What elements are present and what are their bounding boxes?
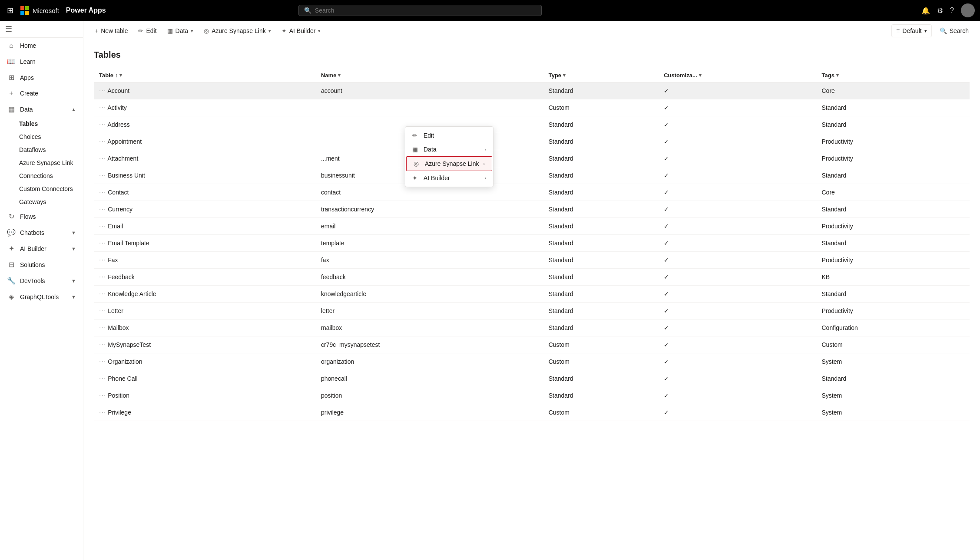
- col-header-customizable[interactable]: Customiza... ▾: [659, 69, 816, 82]
- sidebar-item-chatbots[interactable]: 💬 Chatbots ▼: [2, 225, 81, 240]
- cell-type-9: Standard: [543, 235, 659, 252]
- row-menu-7[interactable]: ···: [99, 205, 106, 213]
- table-row[interactable]: ··· Activity Custom ✓ Standard: [94, 99, 970, 116]
- row-menu-10[interactable]: ···: [99, 256, 106, 264]
- sidebar-item-custom-connectors[interactable]: Custom Connectors: [16, 183, 81, 195]
- row-menu-1[interactable]: ···: [99, 104, 106, 111]
- table-row[interactable]: ··· Email Template template Standard ✓ S…: [94, 235, 970, 252]
- sidebar-item-graphql[interactable]: ◈ GraphQLTools ▼: [2, 289, 81, 304]
- ai-builder-button[interactable]: ✦ AI Builder ▾: [277, 25, 325, 37]
- sidebar-item-apps[interactable]: ⊞ Apps: [2, 70, 81, 85]
- table-row[interactable]: ··· Fax fax Standard ✓ Productivity: [94, 252, 970, 269]
- table-row[interactable]: ··· Currency transactioncurrency Standar…: [94, 201, 970, 218]
- sidebar-item-data[interactable]: ▦ Data ▲: [2, 102, 81, 117]
- cell-type-7: Standard: [543, 201, 659, 218]
- col-header-tags[interactable]: Tags ▾: [817, 69, 970, 82]
- graphql-icon: ◈: [7, 293, 16, 301]
- waffle-icon[interactable]: ⊞: [5, 4, 15, 17]
- global-search-bar[interactable]: 🔍: [298, 5, 542, 16]
- sidebar-item-ai-builder[interactable]: ✦ AI Builder ▼: [2, 241, 81, 256]
- sidebar-item-connections[interactable]: Connections: [16, 170, 81, 182]
- azure-synapse-button[interactable]: ◎ Azure Synapse Link ▾: [199, 25, 275, 37]
- row-menu-3[interactable]: ···: [99, 138, 106, 145]
- sidebar-item-tables[interactable]: Tables: [16, 118, 81, 130]
- col-header-type[interactable]: Type ▾: [543, 69, 659, 82]
- cell-table-2: ··· Address: [94, 116, 316, 133]
- row-menu-15[interactable]: ···: [99, 341, 106, 348]
- cell-table-0: ··· Account: [94, 82, 316, 99]
- context-menu-ai-builder[interactable]: ✦ AI Builder ›: [405, 171, 493, 185]
- sidebar-item-devtools[interactable]: 🔧 DevTools ▼: [2, 273, 81, 288]
- tables-table: Table ↑ ▾ Name ▾: [94, 69, 970, 421]
- row-menu-11[interactable]: ···: [99, 273, 106, 280]
- settings-icon[interactable]: ⚙: [937, 7, 943, 15]
- col-header-name[interactable]: Name ▾: [316, 69, 543, 82]
- sidebar-item-azure-synapse[interactable]: Azure Synapse Link: [16, 157, 81, 169]
- cell-tags-10: Productivity: [817, 252, 970, 269]
- sidebar-item-learn[interactable]: 📖 Learn: [2, 54, 81, 69]
- avatar[interactable]: [961, 3, 975, 17]
- row-menu-9[interactable]: ···: [99, 239, 106, 247]
- connections-label: Connections: [19, 172, 53, 179]
- row-menu-19[interactable]: ···: [99, 408, 106, 416]
- row-menu-13[interactable]: ···: [99, 307, 106, 314]
- table-row[interactable]: ··· Position position Standard ✓ System: [94, 387, 970, 404]
- cell-type-19: Custom: [543, 404, 659, 421]
- cell-customizable-15: ✓: [659, 336, 816, 353]
- search-button[interactable]: 🔍 Search: [935, 25, 973, 37]
- table-row[interactable]: ··· Address Standard ✓ Standard: [94, 116, 970, 133]
- col-header-table[interactable]: Table ↑ ▾: [94, 69, 316, 82]
- context-menu-edit[interactable]: ✏ Edit: [405, 128, 493, 142]
- cell-customizable-16: ✓: [659, 353, 816, 370]
- row-menu-6[interactable]: ···: [99, 188, 106, 196]
- table-row[interactable]: ··· Attachment ...ment Standard ✓ Produc…: [94, 150, 970, 167]
- global-search-input[interactable]: [315, 7, 536, 14]
- row-menu-14[interactable]: ···: [99, 324, 106, 331]
- table-row[interactable]: ··· Email email Standard ✓ Productivity: [94, 218, 970, 235]
- table-row[interactable]: ··· Appointment Standard ✓ Productivity: [94, 133, 970, 150]
- edit-button[interactable]: ✏ Edit: [134, 25, 161, 37]
- help-icon[interactable]: ?: [950, 7, 954, 14]
- table-row[interactable]: ··· MySynapseTest cr79c_mysynapsetest Cu…: [94, 336, 970, 353]
- sidebar-item-flows[interactable]: ↻ Flows: [2, 209, 81, 224]
- table-row[interactable]: ··· Contact contact Standard ✓ Core: [94, 184, 970, 201]
- cell-tags-16: System: [817, 353, 970, 370]
- row-menu-8[interactable]: ···: [99, 222, 106, 230]
- table-row[interactable]: ··· Knowledge Article knowledgearticle S…: [94, 286, 970, 303]
- default-view-button[interactable]: ≡ Default ▾: [891, 24, 932, 37]
- cell-customizable-0: ✓: [659, 82, 816, 99]
- table-row[interactable]: ··· Letter letter Standard ✓ Productivit…: [94, 303, 970, 320]
- sidebar-item-home[interactable]: ⌂ Home: [2, 38, 81, 53]
- context-menu-azure-synapse[interactable]: ◎ Azure Synapse Link ›: [406, 156, 492, 171]
- sidebar-item-dataflows[interactable]: Dataflows: [16, 144, 81, 156]
- row-menu-5[interactable]: ···: [99, 171, 106, 179]
- row-menu-16[interactable]: ···: [99, 358, 106, 365]
- sidebar-item-solutions[interactable]: ⊟ Solutions: [2, 257, 81, 272]
- sidebar-item-choices[interactable]: Choices: [16, 131, 81, 143]
- table-row[interactable]: ··· Privilege privilege Custom ✓ System: [94, 404, 970, 421]
- row-menu-2[interactable]: ···: [99, 121, 106, 128]
- data-toolbar-icon: ▦: [167, 27, 173, 34]
- sidebar-item-create[interactable]: + Create: [2, 86, 81, 101]
- row-menu-18[interactable]: ···: [99, 392, 106, 399]
- row-menu-4[interactable]: ···: [99, 155, 106, 162]
- context-menu-data[interactable]: ▦ Data ›: [405, 142, 493, 156]
- row-menu-17[interactable]: ···: [99, 375, 106, 382]
- table-row[interactable]: ··· Organization organization Custom ✓ S…: [94, 353, 970, 370]
- table-row[interactable]: ··· Feedback feedback Standard ✓ KB: [94, 269, 970, 286]
- sidebar-item-gateways[interactable]: Gateways: [16, 196, 81, 208]
- row-menu-12[interactable]: ···: [99, 290, 106, 297]
- cell-name-14: mailbox: [316, 320, 543, 336]
- cell-table-6: ··· Contact: [94, 184, 316, 201]
- notifications-icon[interactable]: 🔔: [921, 7, 930, 15]
- row-menu-0[interactable]: ···: [99, 87, 106, 94]
- table-row[interactable]: ··· Account account Standard ✓ Core: [94, 82, 970, 99]
- data-button[interactable]: ▦ Data ▾: [163, 25, 198, 37]
- table-row[interactable]: ··· Business Unit businessunit Standard …: [94, 167, 970, 184]
- table-row[interactable]: ··· Mailbox mailbox Standard ✓ Configura…: [94, 320, 970, 336]
- new-table-button[interactable]: + New table: [90, 25, 132, 37]
- cell-table-14: ··· Mailbox: [94, 320, 316, 336]
- sidebar-toggle[interactable]: ☰: [0, 21, 83, 38]
- table-row[interactable]: ··· Phone Call phonecall Standard ✓ Stan…: [94, 370, 970, 387]
- devtools-chevron-icon: ▼: [71, 278, 76, 283]
